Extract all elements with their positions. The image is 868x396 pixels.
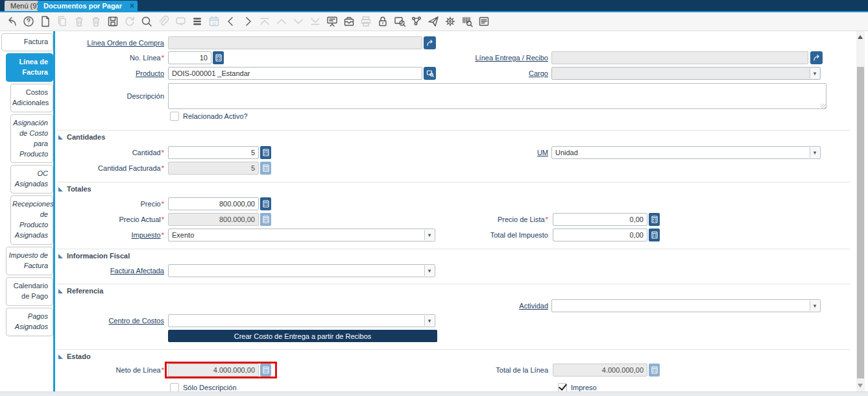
- close-icon[interactable]: ×: [130, 1, 134, 11]
- section-header-informacion-fiscal[interactable]: Informacion Fiscal: [58, 251, 130, 260]
- collapse-triangle-icon[interactable]: [58, 135, 63, 140]
- um-label[interactable]: UM: [354, 146, 548, 159]
- textarea-resize-handle[interactable]: [821, 104, 826, 109]
- precio-field[interactable]: [168, 197, 259, 210]
- find-icon[interactable]: [139, 15, 153, 29]
- collapse-triangle-icon[interactable]: [58, 354, 63, 359]
- centro-de-costos-select[interactable]: [168, 314, 435, 327]
- checkbox-box[interactable]: [170, 112, 179, 121]
- parent-record-icon[interactable]: [274, 15, 288, 29]
- sidebar-tab-asignacion-de-costo[interactable]: Asignación de Costo para Producto: [10, 114, 53, 164]
- archive-icon[interactable]: [342, 15, 356, 29]
- product-lookup-icon[interactable]: [460, 15, 474, 29]
- last-record-icon[interactable]: [308, 15, 322, 29]
- linea-orden-compra-zoom-button[interactable]: [424, 36, 436, 49]
- scroll-up-icon[interactable]: [858, 35, 863, 39]
- section-header-cantidades[interactable]: Cantidades: [58, 132, 105, 142]
- linea-entrega-recibo-zoom-button[interactable]: [810, 51, 823, 64]
- section-header-estado[interactable]: Estado: [58, 352, 91, 361]
- cargo-label[interactable]: Cargo: [354, 67, 548, 80]
- descripcion-textarea[interactable]: [168, 83, 826, 109]
- save-icon[interactable]: [106, 15, 119, 29]
- cantidad-facturada-field[interactable]: [168, 162, 259, 175]
- precio-actual-calculator-button[interactable]: [260, 213, 271, 226]
- help-icon[interactable]: [21, 15, 35, 29]
- total-de-la-linea-calculator-button[interactable]: [649, 364, 660, 377]
- sidebar-tab-factura[interactable]: Factura: [1, 33, 53, 51]
- linea-entrega-recibo-label[interactable]: Línea Entrega / Recibo: [354, 51, 548, 64]
- impuesto-label[interactable]: Impuesto*: [55, 229, 164, 241]
- cantidad-facturada-calculator-button[interactable]: [260, 162, 271, 175]
- actividad-select[interactable]: [551, 299, 821, 312]
- cantidad-calculator-button[interactable]: [260, 146, 271, 159]
- chevron-down-icon[interactable]: [424, 266, 434, 276]
- report-icon[interactable]: [325, 15, 339, 29]
- private-lock-icon[interactable]: [376, 15, 389, 29]
- preferences-icon[interactable]: [443, 15, 457, 29]
- no-linea-calculator-button[interactable]: [213, 51, 224, 64]
- collapse-triangle-icon[interactable]: [58, 254, 63, 258]
- workflow-icon[interactable]: [409, 15, 423, 29]
- total-de-la-linea-field[interactable]: [553, 364, 647, 377]
- delete-record-icon[interactable]: [72, 15, 86, 29]
- undo-icon[interactable]: [5, 15, 18, 29]
- sidebar-tab-recepciones[interactable]: Recepciones de Producto Asignadas: [10, 195, 53, 245]
- checkbox-checked-box[interactable]: [558, 383, 567, 392]
- previous-record-icon[interactable]: [224, 15, 237, 29]
- no-linea-field[interactable]: [168, 51, 211, 64]
- precio-de-lista-calculator-button[interactable]: [649, 213, 660, 226]
- checkbox-box[interactable]: [170, 383, 179, 392]
- linea-orden-compra-field[interactable]: [168, 36, 422, 49]
- new-record-icon[interactable]: [38, 15, 52, 29]
- precio-calculator-button[interactable]: [260, 197, 271, 210]
- scroll-down-icon[interactable]: [858, 384, 863, 388]
- sidebar-tab-oc-asignadas[interactable]: OC Asignadas: [10, 165, 53, 193]
- precio-actual-field[interactable]: [168, 213, 259, 226]
- print-icon[interactable]: [359, 15, 372, 29]
- cargo-select[interactable]: [551, 67, 821, 80]
- chevron-down-icon[interactable]: [810, 301, 819, 311]
- zoom-window-icon[interactable]: [392, 15, 406, 29]
- section-header-totales[interactable]: Totales: [58, 184, 91, 193]
- um-select[interactable]: Unidad: [551, 146, 821, 159]
- section-header-referencia[interactable]: Referencia: [58, 286, 103, 295]
- centro-de-costos-label[interactable]: Centro de Costos: [55, 314, 164, 327]
- sidebar-tab-pagos-asignados[interactable]: Pagos Asignados: [6, 308, 53, 336]
- report-view-icon[interactable]: [477, 15, 490, 29]
- next-record-icon[interactable]: [241, 15, 254, 29]
- factura-afectada-label[interactable]: Factura Afectada: [55, 264, 164, 277]
- scrollbar-thumb[interactable]: [857, 67, 864, 378]
- attachment-icon[interactable]: [156, 15, 170, 29]
- chevron-down-icon[interactable]: [810, 147, 819, 158]
- delete-selection-icon[interactable]: [89, 15, 102, 29]
- sidebar-tab-costos-adicionales[interactable]: Costos Adicionales: [10, 84, 53, 112]
- cantidad-field[interactable]: [168, 146, 259, 159]
- precio-de-lista-field[interactable]: [553, 213, 647, 226]
- collapse-triangle-icon[interactable]: [58, 187, 63, 192]
- sidebar-tab-linea-de-factura[interactable]: Línea de Factura: [6, 53, 53, 82]
- chat-icon[interactable]: [173, 15, 187, 29]
- precio-de-lista-label: Precio de Lista*: [354, 213, 548, 226]
- factura-afectada-select[interactable]: [168, 264, 435, 277]
- grid-toggle-icon[interactable]: [190, 15, 204, 29]
- copy-record-icon[interactable]: [55, 15, 69, 29]
- detail-record-icon[interactable]: [291, 15, 305, 29]
- sidebar-tab-impuesto-de-factura[interactable]: Impuesto de Factura: [6, 247, 53, 275]
- tab-documentos-por-pagar[interactable]: Documentos por Pagar ×: [38, 1, 138, 11]
- crear-costo-entrega-button[interactable]: Crear Costo de Entrega a partir de Recib…: [168, 330, 437, 342]
- send-icon[interactable]: [426, 15, 440, 29]
- calendar-icon[interactable]: 31: [207, 15, 221, 29]
- chevron-down-icon[interactable]: [424, 316, 434, 326]
- collapse-triangle-icon[interactable]: [58, 289, 63, 293]
- first-record-icon[interactable]: [258, 15, 271, 29]
- linea-orden-compra-label[interactable]: Línea Orden de Compra: [55, 36, 164, 49]
- total-del-impuesto-calculator-button[interactable]: [649, 229, 660, 241]
- producto-label[interactable]: Producto: [55, 67, 164, 80]
- refresh-icon[interactable]: [123, 15, 136, 29]
- relacionado-activo-checkbox[interactable]: Relacionado Activo?: [170, 111, 248, 121]
- linea-entrega-recibo-field[interactable]: [551, 51, 808, 64]
- sidebar-tab-calendario-de-pago[interactable]: Calendario de Pago: [6, 277, 53, 306]
- total-del-impuesto-field[interactable]: [553, 229, 647, 241]
- actividad-label[interactable]: Actividad: [354, 299, 548, 312]
- chevron-down-icon[interactable]: [810, 68, 819, 79]
